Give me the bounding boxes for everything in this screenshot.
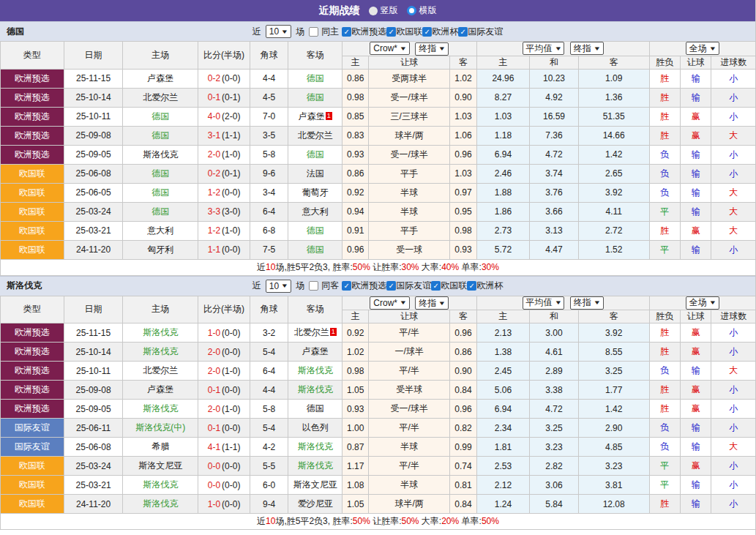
away-team-name: 法国: [307, 168, 324, 179]
chevron-down-icon: ▼: [708, 45, 716, 52]
competition-type-cell: 欧国联: [1, 221, 64, 240]
competition-type-cell: 欧国联: [1, 457, 64, 476]
halftime-score: (1-1): [222, 130, 240, 141]
fulltime-select[interactable]: 全场▼: [686, 42, 719, 55]
competition-checkbox[interactable]: ✓: [342, 27, 351, 37]
fulltime-score: 4-0: [208, 111, 220, 121]
fulltime-score: 2-0: [208, 149, 220, 160]
competition-filter: ✓欧洲预选: [342, 26, 386, 38]
competition-type-cell: 国际友谊: [1, 419, 64, 438]
avg-select[interactable]: 平均值▼: [523, 42, 565, 55]
winloss-result-cell: 负: [649, 438, 680, 457]
avg-draw-odds-cell: 3.66: [530, 202, 579, 221]
avg-away-odds-cell: 4.11: [578, 202, 649, 221]
avg-draw-odds-cell: 2.82: [530, 457, 579, 476]
handicap-line-cell: 平/半: [369, 323, 450, 343]
match-date-cell: 25-11-15: [64, 323, 123, 343]
col-header-date: 日期: [64, 296, 123, 323]
winloss-result-cell: 胜: [649, 323, 680, 343]
handicap-home-odds-cell: 0.83: [342, 126, 368, 145]
competition-type-cell: 欧洲预选: [1, 107, 64, 126]
match-date-cell: 25-03-24: [64, 202, 123, 221]
avg-draw-odds-cell: 5.84: [530, 495, 579, 514]
winloss-result-cell: 平: [649, 476, 680, 495]
competition-type-cell: 欧国联: [1, 240, 64, 259]
red-card-badge: 1: [326, 112, 332, 120]
fulltime-score: 4-1: [208, 442, 220, 452]
avg-final-select[interactable]: 终指▼: [570, 42, 604, 55]
match-date-cell: 25-09-05: [64, 400, 123, 419]
competition-filter: ✓欧国联: [386, 26, 422, 38]
competition-label: 欧洲预选: [351, 280, 386, 292]
bookmaker-select[interactable]: Crow*▼: [370, 296, 410, 310]
away-team-cell: 斯洛伐克: [288, 438, 343, 457]
competition-checkbox[interactable]: ✓: [431, 281, 441, 291]
handicap-away-odds-cell: 0.96: [450, 400, 476, 419]
col-subheader-handicap-result: 让球: [681, 56, 711, 69]
corners-cell: 5-8: [250, 400, 288, 419]
halftime-score: (0-0): [222, 423, 240, 433]
avg-draw-odds-cell: 3.76: [530, 183, 579, 202]
competition-checkbox[interactable]: ✓: [386, 27, 396, 37]
score-cell: 0-2(0-0): [198, 69, 250, 88]
avg-select-value: 平均值: [526, 296, 553, 309]
summary-text: 50%: [401, 516, 419, 526]
goals-result-cell: 小: [711, 69, 756, 88]
away-team-cell: 德国: [288, 400, 343, 419]
competition-checkbox[interactable]: ✓: [386, 281, 396, 291]
score-cell: 2-0(0-0): [198, 343, 250, 362]
avg-draw-odds-cell: 3.00: [530, 323, 579, 343]
winloss-result-cell: 负: [649, 362, 680, 381]
bookmaker-final-select[interactable]: 终指▼: [415, 296, 449, 310]
avg-draw-odds-cell: 3.74: [530, 164, 579, 183]
home-team-cell: 德国: [123, 164, 198, 183]
handicap-line-cell: 受一球: [369, 240, 450, 259]
bookmaker-select-value: Crow*: [373, 298, 397, 308]
halftime-score: (1-1): [222, 442, 240, 452]
competition-checkbox[interactable]: ✓: [342, 281, 351, 291]
bookmaker-final-select[interactable]: 终指▼: [415, 42, 449, 56]
handicap-result-cell: 输: [681, 69, 711, 88]
germany-results-table: 类型 日期 主场 比分(半场) 角球 客场 Crow*▼ 终指▼ 平均值▼ 终指…: [0, 41, 756, 276]
summary-text: 单率:: [459, 262, 482, 272]
goals-result-cell: 小: [711, 343, 756, 362]
score-cell: 4-1(1-1): [198, 438, 250, 457]
handicap-result-cell: 输: [681, 362, 711, 381]
bookmaker-select-value: Crow*: [373, 43, 397, 53]
avg-away-odds-cell: 2.72: [578, 221, 649, 240]
fulltime-select[interactable]: 全场▼: [686, 296, 719, 310]
avg-select[interactable]: 平均值▼: [523, 296, 565, 310]
team-name: 斯洛伐克: [7, 280, 42, 292]
horizontal-layout-option[interactable]: 横版: [407, 4, 437, 17]
recent-count-select[interactable]: 10▼: [266, 280, 291, 293]
summary-text: 20%: [441, 516, 459, 526]
result-select-group: 全场▼: [649, 296, 755, 310]
col-header-corners: 角球: [250, 296, 288, 323]
away-team-cell: 德国: [288, 69, 343, 88]
winloss-result-cell: 负: [649, 183, 680, 202]
handicap-result-cell: 赢: [681, 323, 711, 343]
vertical-radio[interactable]: [369, 7, 378, 15]
avg-away-odds-cell: 14.66: [578, 126, 649, 145]
col-header-away: 客场: [288, 42, 343, 70]
same-home-checkbox[interactable]: [309, 27, 318, 37]
avg-home-odds-cell: 1.81: [476, 438, 530, 457]
recent-count-select[interactable]: 10▼: [266, 25, 291, 38]
avg-draw-odds-cell: 4.92: [530, 88, 579, 107]
avg-final-select[interactable]: 终指▼: [570, 296, 604, 310]
competition-checkbox[interactable]: ✓: [422, 27, 432, 37]
col-subheader-avg-home: 主: [476, 310, 530, 323]
same-away-checkbox[interactable]: [309, 281, 318, 291]
avg-home-odds-cell: 1.24: [476, 495, 530, 514]
same-away-label: 同客: [321, 280, 339, 292]
handicap-away-odds-cell: 0.96: [450, 323, 476, 343]
competition-checkbox[interactable]: ✓: [467, 281, 476, 291]
bookmaker-select[interactable]: Crow*▼: [370, 42, 410, 55]
goals-result-cell: 大: [711, 183, 756, 202]
competition-checkbox[interactable]: ✓: [458, 27, 468, 37]
avg-draw-odds-cell: 4.72: [530, 145, 579, 164]
vertical-layout-option[interactable]: 竖版: [369, 4, 398, 17]
match-row: 欧国联24-11-20斯洛伐克1-0(0-0)9-4爱沙尼亚1.05球半/两0.…: [1, 495, 756, 514]
horizontal-radio[interactable]: [407, 6, 416, 15]
home-team-cell: 卢森堡: [123, 69, 198, 88]
